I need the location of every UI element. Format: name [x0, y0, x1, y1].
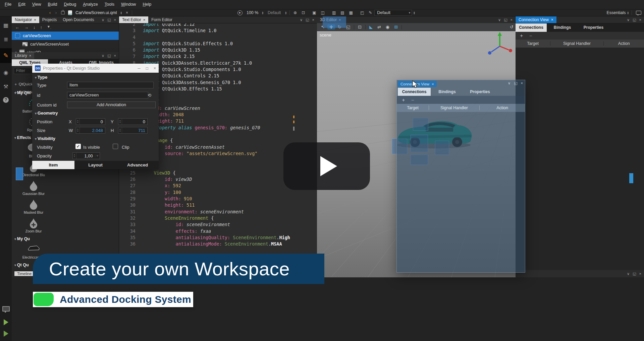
- clip-checkbox[interactable]: [113, 144, 118, 149]
- tab-text-editor[interactable]: Text Editor×: [119, 16, 148, 23]
- undock-icon[interactable]: ◱: [306, 18, 309, 22]
- chevron-down-icon[interactable]: ∨: [102, 18, 104, 22]
- edit-mode-icon[interactable]: ≣: [0, 33, 12, 45]
- fit-selected-icon[interactable]: ⊡: [356, 24, 364, 29]
- edit-doc-icon[interactable]: ✎: [366, 10, 374, 15]
- close-icon[interactable]: ×: [511, 18, 513, 22]
- code-line[interactable]: 7import QtQuick 2.15: [119, 53, 316, 60]
- frame-outline-icon[interactable]: ▣: [310, 10, 318, 15]
- live-preview-icon[interactable]: [0, 303, 12, 315]
- menu-help[interactable]: Help: [139, 0, 155, 9]
- add-annotation-button[interactable]: Add Annotation: [67, 101, 156, 108]
- width-spinbox[interactable]: ˄˅2.048: [76, 127, 105, 134]
- type-field[interactable]: Item: [67, 82, 154, 88]
- editor-scroll-handle[interactable]: [293, 127, 294, 131]
- filter-icon[interactable]: ▼.: [47, 25, 51, 30]
- open-document-name[interactable]: CarViewScreen.ui.qml: [73, 10, 119, 15]
- move-anchor-icon[interactable]: ⊕: [291, 10, 299, 15]
- nav-forward-icon[interactable]: ›: [53, 10, 59, 15]
- library-item-timeline[interactable]: Timeline: [14, 271, 34, 276]
- code-line[interactable]: 35 antialiasingQuality: SceneEnvironment…: [119, 234, 316, 241]
- dialog-title-bar[interactable]: DS Properties - Qt Design Studio ─□×: [32, 64, 159, 73]
- zoom-level[interactable]: 100 %: [245, 10, 260, 15]
- tab-connections[interactable]: Connections: [398, 88, 431, 96]
- add-connection-icon[interactable]: ＋: [401, 97, 406, 103]
- code-line[interactable]: 4: [119, 34, 316, 41]
- maximize-icon[interactable]: □: [146, 66, 148, 71]
- light-icon[interactable]: ◉: [384, 24, 391, 29]
- close-document-icon[interactable]: ×: [123, 10, 130, 15]
- close-icon[interactable]: ×: [143, 16, 145, 23]
- code-line[interactable]: 5import QtQuick.Studio.Effects 1.0: [119, 41, 316, 47]
- code-line[interactable]: 29 width: 910: [119, 196, 316, 202]
- x-spinbox[interactable]: ˄˅0: [76, 118, 105, 125]
- move-right-icon[interactable]: →: [24, 25, 29, 30]
- show-grid-icon[interactable]: ⊞: [392, 24, 400, 29]
- debug-mode-icon[interactable]: ◉: [0, 67, 12, 78]
- axis-gizmo[interactable]: [485, 31, 515, 58]
- close-icon[interactable]: ×: [639, 18, 641, 22]
- chevron-down-icon[interactable]: ∨: [300, 18, 303, 22]
- reset-view-icon[interactable]: ↺: [510, 24, 514, 29]
- is-visible-checkbox[interactable]: ✓: [75, 144, 81, 149]
- menu-edit[interactable]: Edit: [15, 0, 29, 9]
- column-signal-handler[interactable]: Signal Handler: [550, 41, 604, 46]
- lock-icon[interactable]: [61, 11, 65, 14]
- close-icon[interactable]: ×: [639, 272, 641, 276]
- height-spinbox[interactable]: ˄˅711: [118, 127, 148, 134]
- menu-tools[interactable]: Tools: [101, 0, 118, 9]
- id-field[interactable]: carViewScreen: [67, 92, 148, 98]
- library-import-row[interactable]: ＋ QtQuick: [14, 82, 33, 87]
- welcome-mode-icon[interactable]: ▦: [0, 19, 12, 31]
- close-icon[interactable]: ×: [29, 52, 31, 59]
- library-item-electriccar-27[interactable]: [24, 244, 43, 252]
- nav-back-icon[interactable]: ‹: [47, 10, 53, 15]
- section-geometry[interactable]: Geometry: [35, 111, 58, 116]
- perspective-spinner-icon[interactable]: ▴▾: [626, 11, 630, 14]
- library-section-qt-qu[interactable]: Qt Qu: [14, 263, 29, 267]
- minimize-icon[interactable]: ─: [138, 66, 141, 71]
- style-selector[interactable]: Default: [374, 10, 412, 16]
- code-line[interactable]: 36 antialiasingMode: SceneEnvironment.MS…: [119, 241, 316, 247]
- remove-connection-icon[interactable]: −: [411, 97, 414, 103]
- chevron-down-icon[interactable]: ∨: [498, 18, 501, 22]
- column-signal-handler[interactable]: Signal Handler: [429, 106, 480, 110]
- tab-item[interactable]: Item: [32, 161, 74, 169]
- code-line[interactable]: 34 effects: fxaa: [119, 228, 316, 234]
- column-action[interactable]: Action: [604, 41, 644, 46]
- chevron-down-icon[interactable]: ∨: [102, 54, 104, 58]
- add-connection-icon[interactable]: ＋: [519, 32, 524, 39]
- scene-node-label[interactable]: scene: [320, 32, 331, 38]
- column-target[interactable]: Target: [397, 106, 429, 110]
- menu-view[interactable]: View: [29, 0, 45, 9]
- library-item-zoom-blur[interactable]: [24, 218, 43, 229]
- library-item-gaussian-blur[interactable]: [24, 180, 43, 192]
- code-line[interactable]: 28 y: 100: [119, 189, 316, 196]
- close-icon[interactable]: ×: [432, 82, 434, 86]
- library-item-masked-blur[interactable]: [24, 199, 43, 210]
- tree-item-carViewScreenAsset[interactable]: carViewScreenAsset: [12, 40, 119, 48]
- video-play-button[interactable]: [283, 142, 370, 190]
- chevron-down-icon[interactable]: ∨: [627, 272, 630, 276]
- tab-bindings[interactable]: Bindings: [547, 23, 578, 32]
- close-icon[interactable]: ×: [154, 66, 156, 71]
- column-action[interactable]: Action: [480, 106, 525, 110]
- library-section-my-qm[interactable]: My QM: [14, 90, 31, 95]
- floating-connection-view-dialog[interactable]: Connection View× ∨◱× Connections Binding…: [396, 80, 525, 273]
- debug-project-icon[interactable]: [0, 328, 12, 339]
- tab-properties[interactable]: Properties: [578, 23, 609, 32]
- selection-frame-icon[interactable]: ⊡: [299, 10, 307, 15]
- section-visibility[interactable]: Visibility: [35, 136, 55, 141]
- code-line[interactable]: 32 SceneEnvironment {: [119, 215, 316, 221]
- menu-debug[interactable]: Debug: [60, 0, 79, 9]
- remove-connection-icon[interactable]: −: [529, 33, 532, 39]
- close-icon[interactable]: ×: [551, 17, 553, 22]
- tab-open-documents[interactable]: Open Documents: [60, 16, 97, 23]
- tab-form-editor[interactable]: Form Editor: [148, 16, 175, 23]
- chevron-down-icon[interactable]: ∨: [627, 18, 630, 22]
- connection-table-body[interactable]: [516, 64, 644, 270]
- camera-cone-icon[interactable]: ◣: [367, 24, 375, 29]
- code-line[interactable]: 30 height: 511: [119, 202, 316, 208]
- code-line[interactable]: 33 id: sceneEnvironment: [119, 221, 316, 228]
- section-type[interactable]: Type: [35, 75, 47, 80]
